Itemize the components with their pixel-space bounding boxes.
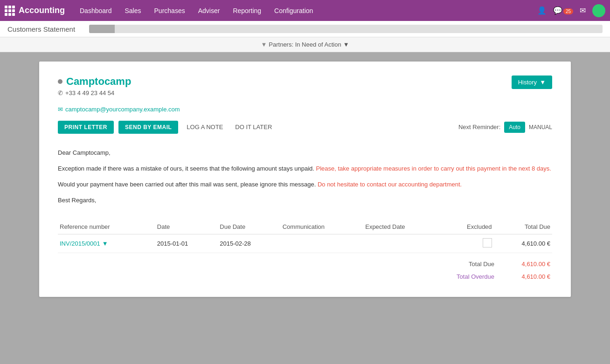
top-navigation: Accounting Dashboard Sales Purchases Adv… [0,0,610,21]
email-icon: ✉ [58,106,63,113]
dropdown-arrow-icon: ▼ [102,240,108,247]
total-overdue-value: 4,610.00 € [513,273,550,280]
topnav-right: 👤 💬25 ✉ [537,4,605,17]
subheader: Customers Statement [0,21,610,37]
total-overdue-label: Total Overdue [457,273,494,280]
status-dot [58,79,62,84]
filter-label: Partners: In Need of Action [269,41,341,48]
history-button[interactable]: History ▼ [512,76,552,89]
cell-communication [281,234,363,253]
filter-bar: ▼ Partners: In Need of Action ▼ [0,37,610,52]
customer-card: Camptocamp ✆ +33 4 49 23 44 54 History ▼… [39,62,571,297]
nav-dashboard[interactable]: Dashboard [74,5,118,16]
cell-due-date: 2015-02-28 [218,234,280,253]
total-due-label: Total Due [469,261,494,268]
total-due-row: Total Due 4,610.00 € [58,258,552,270]
mail-icon[interactable]: ✉ [580,6,586,15]
print-letter-button[interactable]: PRINT LETTER [58,121,114,134]
manual-reminder-button[interactable]: MANUAL [529,124,552,130]
col-communication: Communication [281,220,363,234]
auto-reminder-button[interactable]: Auto [504,122,525,133]
company-name: Camptocamp [58,76,131,88]
filter-dropdown-icon: ▼ [343,41,349,48]
filter-icon: ▼ [261,41,267,48]
col-ref: Reference number [58,220,155,234]
company-header: Camptocamp ✆ +33 4 49 23 44 54 History ▼ [58,76,552,96]
invoice-table: Reference number Date Due Date Communica… [58,220,552,253]
letter-para2: Would your payment have been carried out… [58,179,552,190]
cell-expected-date [363,234,442,253]
col-excluded: Excluded [442,220,494,234]
next-reminder: Next Reminder: Auto MANUAL [458,122,552,133]
action-buttons: PRINT LETTER SEND BY EMAIL LOG A NOTE DO… [58,120,552,134]
log-a-note-button[interactable]: LOG A NOTE [183,120,227,134]
nav-sales[interactable]: Sales [119,5,147,16]
company-phone: ✆ +33 4 49 23 44 54 [58,89,131,96]
avatar[interactable] [592,4,605,17]
phone-icon: ✆ [58,89,63,96]
cell-total-due: 4,610.00 € [494,234,552,253]
letter-para1: Exception made if there was a mistake of… [58,164,552,174]
notifications-badge: 25 [563,8,573,14]
send-by-email-button[interactable]: SEND BY EMAIL [118,121,178,134]
letter-sign: Best Regards, [58,195,552,206]
cell-excluded[interactable] [442,234,494,253]
col-total-due: Total Due [494,220,552,234]
invoice-link[interactable]: INV/2015/0001 ▼ [60,240,153,247]
nav-configuration[interactable]: Configuration [269,5,319,16]
col-expected-date: Expected Date [363,220,442,234]
chevron-down-icon: ▼ [540,79,546,86]
total-overdue-row: Total Overdue 4,610.00 € [58,270,552,283]
chat-icon[interactable]: 💬25 [553,6,573,15]
company-info: Camptocamp ✆ +33 4 49 23 44 54 [58,76,131,96]
do-it-later-button[interactable]: DO IT LATER [231,120,276,134]
nav-purchases[interactable]: Purchases [149,5,191,16]
cell-date: 2015-01-01 [155,234,218,253]
filter-button[interactable]: ▼ Partners: In Need of Action ▼ [261,41,349,48]
nav-reporting[interactable]: Reporting [227,5,267,16]
app-name: Accounting [19,6,65,15]
col-date: Date [155,220,218,234]
col-due-date: Due Date [218,220,280,234]
company-email[interactable]: ✉ camptocamp@yourcompany.example.com [58,106,552,113]
content-area: Camptocamp ✆ +33 4 49 23 44 54 History ▼… [0,52,610,356]
grid-icon [5,6,15,16]
letter-body: Dear Camptocamp, Exception made if there… [58,148,552,206]
letter-greeting: Dear Camptocamp, [58,148,552,158]
totals-section: Total Due 4,610.00 € Total Overdue 4,610… [58,258,552,283]
nav-adviser[interactable]: Adviser [193,5,226,16]
page-title: Customers Statement [7,25,75,33]
total-due-value: 4,610.00 € [513,261,550,268]
progress-bar-fill [89,25,115,33]
next-reminder-label: Next Reminder: [458,124,500,130]
cell-ref: INV/2015/0001 ▼ [58,234,155,253]
table-row: INV/2015/0001 ▼ 2015-01-01 2015-02-28 4,… [58,234,552,253]
excluded-checkbox[interactable] [483,238,492,247]
user-icon[interactable]: 👤 [537,6,547,15]
progress-bar-container [89,25,603,33]
app-logo[interactable]: Accounting [5,6,65,16]
main-menu: Dashboard Sales Purchases Adviser Report… [74,5,537,16]
